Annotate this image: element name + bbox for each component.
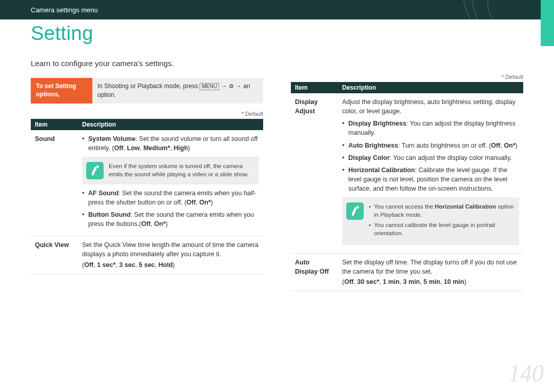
- list-item: System Volume: Set the sound volume or t…: [82, 134, 259, 153]
- breadcrumb: Camera settings menu: [31, 6, 98, 14]
- table-row: Auto Display OffSet the display off time…: [291, 253, 523, 291]
- note-icon: [86, 162, 104, 179]
- gear-icon: ⚙: [229, 82, 234, 90]
- svg-point-1: [96, 166, 99, 168]
- note-body: You cannot access the Horizontal Calibra…: [369, 202, 515, 239]
- svg-point-3: [357, 206, 359, 209]
- th-description-r: Description: [338, 82, 523, 93]
- th-item: Item: [31, 119, 78, 130]
- instruction-box: To set Setting options, In Shooting or P…: [31, 78, 263, 104]
- note-icon: [346, 202, 364, 220]
- list-item: Auto Brightness: Turn auto brightness on…: [342, 141, 519, 150]
- row-item: Auto Display Off: [291, 253, 338, 291]
- list-item: Display Brightness: You can adjust the d…: [342, 119, 519, 137]
- list-item: Display Color: You can adjust the displa…: [342, 153, 519, 162]
- th-description: Description: [78, 119, 263, 130]
- topbar: Camera settings menu: [0, 0, 554, 19]
- default-note-right: * Default: [291, 74, 523, 82]
- row-description: Set the display off time. The display tu…: [338, 253, 523, 291]
- list-item: Horizontal Calibration: Calibrate the le…: [342, 166, 519, 193]
- row-item: Quick View: [31, 236, 78, 274]
- right-table: Item Description Display AdjustAdjust th…: [291, 82, 523, 291]
- page-intro: Learn to configure your camera's setting…: [0, 45, 554, 68]
- instruction-body: In Shooting or Playback mode, press MENU…: [92, 78, 263, 104]
- right-column: * Default Item Description Display Adjus…: [291, 74, 523, 291]
- instruction-label: To set Setting options,: [31, 78, 92, 104]
- table-row: Quick ViewSet the Quick View time length…: [31, 236, 263, 274]
- left-table: Item Description SoundSystem Volume: Set…: [31, 119, 263, 274]
- row-item: Display Adjust: [291, 93, 338, 253]
- page-number: 140: [508, 360, 544, 387]
- left-column: To set Setting options, In Shooting or P…: [31, 74, 263, 291]
- note-box: You cannot access the Horizontal Calibra…: [342, 197, 519, 244]
- list-item: AF Sound: Set the sound the camera emits…: [82, 189, 259, 207]
- note-box: Even if the system volume is turned off,…: [82, 157, 259, 184]
- row-item: Sound: [31, 130, 78, 236]
- table-row: SoundSystem Volume: Set the sound volume…: [31, 130, 263, 236]
- th-item-r: Item: [291, 82, 338, 93]
- row-description: System Volume: Set the sound volume or t…: [78, 130, 263, 236]
- note-body: Even if the system volume is turned off,…: [109, 162, 255, 179]
- menu-button-glyph: MENU: [200, 83, 219, 90]
- page-title: Setting: [0, 19, 554, 45]
- default-note-left: * Default: [31, 111, 263, 119]
- table-row: Display AdjustAdjust the display brightn…: [291, 93, 523, 253]
- list-item: Button Sound: Set the sound the camera e…: [82, 210, 259, 229]
- row-description: Set the Quick View time length-the amoun…: [78, 236, 263, 274]
- row-description: Adjust the display brightness, auto brig…: [338, 93, 523, 253]
- section-tab: [541, 0, 554, 46]
